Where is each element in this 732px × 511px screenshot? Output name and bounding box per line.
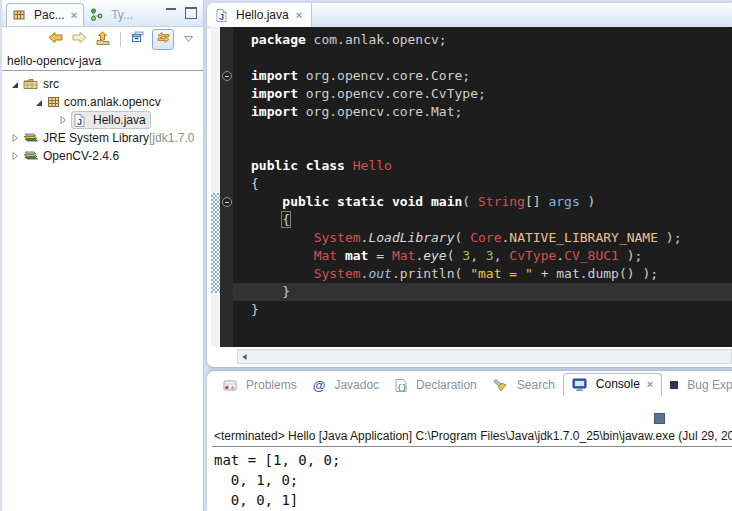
view-menu-button[interactable] xyxy=(178,30,198,49)
tab-declaration[interactable]: {}Declaration xyxy=(387,375,485,396)
eclipse-window: Pac...×Ty... hello-opencv-java srccom.an… xyxy=(0,0,732,511)
tab-problems[interactable]: Problems xyxy=(215,375,305,396)
minimize-icon[interactable] xyxy=(166,8,176,19)
svg-text:J: J xyxy=(219,11,224,21)
javadoc-icon: @ xyxy=(313,379,326,392)
tree-item-suffix: [jdk1.7.0 xyxy=(149,131,194,145)
console-process-label: <terminated> Hello [Java Application] C:… xyxy=(212,427,732,447)
tab-ty[interactable]: Ty... xyxy=(84,4,139,26)
console-output[interactable]: mat = [1, 0, 0; 0, 1, 0; 0, 0, 1] xyxy=(214,450,732,510)
close-icon[interactable]: × xyxy=(71,10,77,21)
tree-item-label: com.anlak.opencv xyxy=(64,95,161,109)
editor-tabbar: J Hello.java × xyxy=(207,3,732,28)
collapsed-twisty-icon[interactable] xyxy=(10,151,21,161)
scroll-left-icon[interactable] xyxy=(241,353,249,361)
package-icon xyxy=(47,96,60,108)
method-range-indicator xyxy=(211,193,220,293)
library-icon xyxy=(23,132,39,144)
back-icon xyxy=(47,31,64,47)
java-file-icon: J xyxy=(216,9,227,22)
code-line-6[interactable] xyxy=(251,121,732,139)
package-explorer-panel: Pac...×Ty... hello-opencv-java srccom.an… xyxy=(2,0,204,511)
tab-label: Search xyxy=(517,378,555,392)
search-icon xyxy=(493,379,508,392)
tab-label: Ty... xyxy=(111,8,133,22)
menu-chevron-icon xyxy=(183,32,194,46)
code-line-14[interactable]: System.out.println( "mat = " + mat.dump(… xyxy=(251,265,732,283)
code-line-10[interactable]: public static void main( String[] args ) xyxy=(251,193,732,211)
library-icon xyxy=(23,150,39,162)
tab-label: Declaration xyxy=(416,378,477,392)
bottom-tabbar: Problems@Javadoc{}DeclarationSearchConso… xyxy=(207,371,732,396)
src-folder-icon xyxy=(23,78,39,90)
tree-item-jre-system-library[interactable]: JRE System Library [jdk1.7.0 xyxy=(2,129,203,147)
maximize-icon[interactable] xyxy=(185,7,197,19)
forward-icon xyxy=(71,31,88,47)
editor-pane: J Hello.java × package com.anlak.opencv;… xyxy=(207,3,732,367)
code-line-3[interactable]: import org.opencv.core.Core; xyxy=(251,67,732,85)
tab-bug-explorer[interactable]: Bug Explorer xyxy=(662,375,732,396)
collapse-all-icon xyxy=(131,31,145,47)
back-button[interactable] xyxy=(45,30,65,49)
fold-collapse-icon[interactable] xyxy=(222,197,232,207)
collapsed-twisty-icon[interactable] xyxy=(10,133,21,143)
close-icon[interactable]: × xyxy=(647,379,653,390)
link-editor-icon xyxy=(156,31,171,47)
tab-pac[interactable]: Pac...× xyxy=(6,3,84,26)
expanded-twisty-icon[interactable] xyxy=(10,79,21,89)
tree-item-hello-java[interactable]: JHello.java xyxy=(2,111,203,129)
svg-text:J: J xyxy=(77,116,82,126)
code-line-15[interactable]: } xyxy=(233,283,732,301)
fold-collapse-icon[interactable] xyxy=(222,71,232,81)
code-line-9[interactable]: { xyxy=(251,175,732,193)
code-line-11[interactable]: { xyxy=(251,211,732,229)
left-pane-tabbar: Pac...×Ty... xyxy=(2,0,203,27)
package-explorer-icon xyxy=(13,9,26,21)
up-button[interactable] xyxy=(93,30,113,49)
editor-hscrollbar[interactable] xyxy=(211,349,732,364)
link-with-editor-button[interactable] xyxy=(152,29,174,50)
expanded-twisty-icon[interactable] xyxy=(34,97,45,107)
collapsed-twisty-icon[interactable] xyxy=(58,115,69,125)
pane-window-buttons xyxy=(166,7,197,19)
project-label[interactable]: hello-opencv-java xyxy=(2,51,203,71)
tab-console[interactable]: Console× xyxy=(563,373,662,396)
tree-item-label: src xyxy=(43,77,59,91)
problems-icon xyxy=(223,380,237,391)
code-line-7[interactable] xyxy=(251,139,732,157)
tab-label: Console xyxy=(596,377,640,391)
bug-icon xyxy=(670,381,678,389)
close-icon[interactable]: × xyxy=(296,10,302,21)
code-editor[interactable]: package com.anlak.opencv;import org.open… xyxy=(233,27,732,347)
range-indicator-ruler xyxy=(211,27,220,347)
forward-button[interactable] xyxy=(69,30,89,49)
code-line-2[interactable] xyxy=(251,49,732,67)
code-line-8[interactable]: public class Hello xyxy=(251,157,732,175)
tab-hello-java[interactable]: J Hello.java × xyxy=(207,3,312,27)
folding-ruler xyxy=(220,27,233,347)
code-line-4[interactable]: import org.opencv.core.CvType; xyxy=(251,85,732,103)
tree-item-label: JRE System Library xyxy=(43,131,149,145)
code-line-16[interactable]: } xyxy=(251,301,732,319)
editor-body: package com.anlak.opencv;import org.open… xyxy=(211,27,732,347)
code-line-1[interactable]: package com.anlak.opencv; xyxy=(251,31,732,49)
console-view: <terminated> Hello [Java Application] C:… xyxy=(212,427,732,511)
type-hierarchy-icon xyxy=(90,8,103,21)
tab-label: Bug Explorer xyxy=(687,378,732,392)
tree-item-com-anlak-opencv[interactable]: com.anlak.opencv xyxy=(2,93,203,111)
tab-javadoc[interactable]: @Javadoc xyxy=(305,375,387,396)
hscrollbar-track[interactable] xyxy=(237,349,732,364)
code-line-5[interactable]: import org.opencv.core.Mat; xyxy=(251,103,732,121)
code-line-12[interactable]: System.LoadLibrary( Core.NATIVE_LIBRARY_… xyxy=(251,229,732,247)
tree-item-opencv-2-4-6[interactable]: OpenCV-2.4.6 xyxy=(2,147,203,165)
package-explorer-toolbar xyxy=(2,27,203,51)
editor-tab-label: Hello.java xyxy=(236,8,289,22)
declaration-icon: {} xyxy=(395,379,407,392)
project-tree: srccom.anlak.opencvJHello.javaJRE System… xyxy=(2,71,203,165)
tree-item-src[interactable]: src xyxy=(2,75,203,93)
collapse-all-button[interactable] xyxy=(128,30,148,49)
tab-search[interactable]: Search xyxy=(485,375,563,396)
code-line-13[interactable]: Mat mat = Mat.eye( 3, 3, CvType.CV_8UC1 … xyxy=(251,247,732,265)
console-toolbar-icon[interactable] xyxy=(654,413,665,424)
java-file-icon: J xyxy=(74,114,85,127)
